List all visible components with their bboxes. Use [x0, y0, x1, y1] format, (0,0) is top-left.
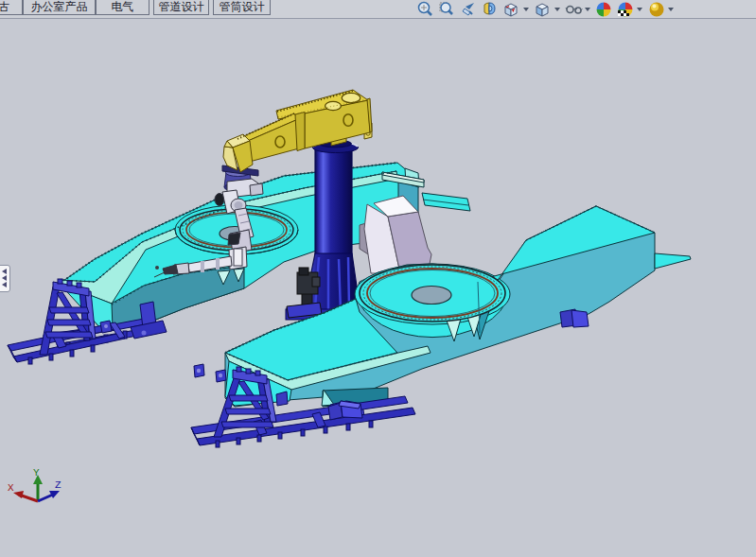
svg-text:Y: Y: [33, 467, 40, 479]
svg-text:Z: Z: [55, 479, 62, 491]
svg-text:X: X: [8, 482, 14, 494]
